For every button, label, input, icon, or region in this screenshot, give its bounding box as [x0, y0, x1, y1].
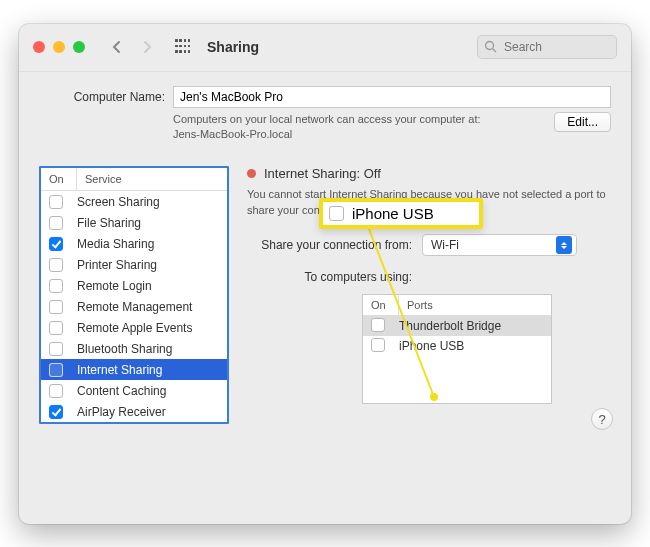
service-label: Media Sharing: [77, 237, 154, 251]
service-row[interactable]: Remote Apple Events: [41, 317, 227, 338]
service-label: AirPlay Receiver: [77, 405, 166, 419]
service-row[interactable]: Media Sharing: [41, 233, 227, 254]
service-label: Content Caching: [77, 384, 166, 398]
hostname-row: Computers on your local network can acce…: [39, 112, 611, 143]
search-icon: [484, 40, 497, 53]
service-checkbox[interactable]: [49, 342, 63, 356]
service-checkbox[interactable]: [49, 237, 63, 251]
service-label: Screen Sharing: [77, 195, 160, 209]
service-checkbox[interactable]: [49, 405, 63, 419]
service-label: File Sharing: [77, 216, 141, 230]
service-checkbox[interactable]: [49, 363, 63, 377]
ports-header-ports: Ports: [399, 295, 441, 315]
port-label: Thunderbolt Bridge: [399, 319, 501, 333]
services-header-service: Service: [77, 168, 130, 190]
to-using-row: To computers using:: [247, 266, 611, 284]
service-row[interactable]: Internet Sharing: [41, 359, 227, 380]
titlebar: Sharing: [19, 24, 631, 72]
callout-text: iPhone USB: [352, 205, 434, 222]
svg-line-1: [493, 49, 497, 53]
annotation-callout: iPhone USB: [319, 198, 483, 229]
minimize-icon[interactable]: [53, 41, 65, 53]
share-from-row: Share your connection from: Wi-Fi: [247, 234, 611, 256]
service-label: Remote Management: [77, 300, 192, 314]
service-label: Internet Sharing: [77, 363, 162, 377]
services-header: On Service: [41, 168, 227, 191]
service-label: Remote Login: [77, 279, 152, 293]
share-from-value: Wi-Fi: [431, 238, 459, 252]
service-checkbox[interactable]: [49, 195, 63, 209]
service-checkbox[interactable]: [49, 321, 63, 335]
status-label: Internet Sharing: Off: [264, 166, 381, 181]
edit-hostname-button[interactable]: Edit...: [554, 112, 611, 132]
chevron-right-icon: [142, 40, 152, 54]
chevron-left-icon: [112, 40, 122, 54]
port-checkbox[interactable]: [371, 318, 385, 332]
service-label: Bluetooth Sharing: [77, 342, 172, 356]
computer-name-input[interactable]: [173, 86, 611, 108]
share-from-label: Share your connection from:: [247, 238, 422, 252]
service-checkbox[interactable]: [49, 216, 63, 230]
ports-table[interactable]: On Ports Thunderbolt BridgeiPhone USB: [362, 294, 552, 404]
service-label: Remote Apple Events: [77, 321, 192, 335]
service-row[interactable]: AirPlay Receiver: [41, 401, 227, 422]
close-icon[interactable]: [33, 41, 45, 53]
svg-point-0: [486, 42, 494, 50]
ports-header-on: On: [363, 295, 399, 315]
port-label: iPhone USB: [399, 339, 464, 353]
services-header-on: On: [41, 168, 77, 190]
service-row[interactable]: Printer Sharing: [41, 254, 227, 275]
popup-arrows-icon: [556, 236, 572, 254]
computer-name-row: Computer Name:: [39, 86, 611, 108]
search-field[interactable]: [477, 35, 617, 59]
back-button[interactable]: [107, 37, 127, 57]
show-all-icon[interactable]: [175, 39, 191, 55]
service-row[interactable]: Remote Management: [41, 296, 227, 317]
hostname-hint: Computers on your local network can acce…: [173, 112, 554, 143]
sharing-prefpane-window: Sharing Computer Name: Computers on your…: [19, 24, 631, 524]
service-row[interactable]: File Sharing: [41, 212, 227, 233]
zoom-icon[interactable]: [73, 41, 85, 53]
port-row[interactable]: iPhone USB: [363, 336, 551, 356]
search-input[interactable]: [477, 35, 617, 59]
service-row[interactable]: Content Caching: [41, 380, 227, 401]
service-label: Printer Sharing: [77, 258, 157, 272]
callout-checkbox-icon: [329, 206, 344, 221]
computer-name-label: Computer Name:: [39, 90, 165, 104]
ports-header: On Ports: [363, 295, 551, 316]
port-checkbox[interactable]: [371, 338, 385, 352]
services-table[interactable]: On Service Screen SharingFile SharingMed…: [39, 166, 229, 424]
service-row[interactable]: Remote Login: [41, 275, 227, 296]
service-row[interactable]: Screen Sharing: [41, 191, 227, 212]
window-title: Sharing: [207, 39, 259, 55]
service-checkbox[interactable]: [49, 258, 63, 272]
window-controls: [33, 41, 85, 53]
forward-button[interactable]: [137, 37, 157, 57]
help-button[interactable]: ?: [591, 408, 613, 430]
port-row[interactable]: Thunderbolt Bridge: [363, 316, 551, 336]
service-checkbox[interactable]: [49, 384, 63, 398]
to-using-label: To computers using:: [247, 266, 422, 284]
content-area: Computer Name: Computers on your local n…: [19, 72, 631, 445]
share-from-popup[interactable]: Wi-Fi: [422, 234, 577, 256]
service-checkbox[interactable]: [49, 300, 63, 314]
status-row: Internet Sharing: Off: [247, 166, 611, 181]
service-checkbox[interactable]: [49, 279, 63, 293]
status-dot-icon: [247, 169, 256, 178]
service-row[interactable]: Bluetooth Sharing: [41, 338, 227, 359]
